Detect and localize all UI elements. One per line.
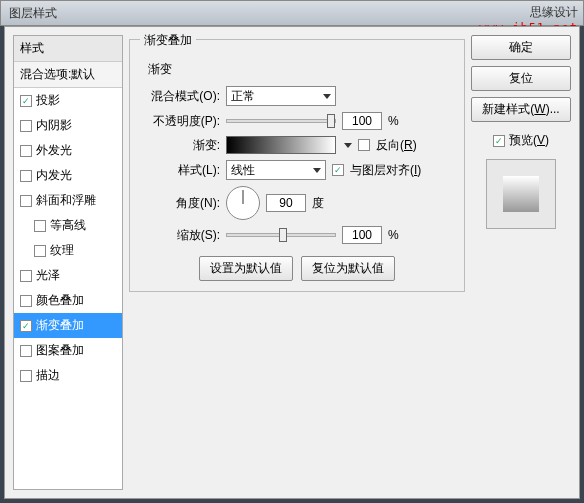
chevron-down-icon [323,94,331,99]
chevron-down-icon [313,168,321,173]
style-item-1[interactable]: 内阴影 [14,113,122,138]
style-item-label: 等高线 [50,217,86,234]
preview-checkbox[interactable] [493,135,505,147]
style-checkbox[interactable] [20,370,32,382]
blend-mode-label: 混合模式(O): [140,88,220,105]
style-item-2[interactable]: 外发光 [14,138,122,163]
style-item-8[interactable]: 颜色叠加 [14,288,122,313]
style-item-4[interactable]: 斜面和浮雕 [14,188,122,213]
preview-label: 预览(V) [509,132,549,149]
style-checkbox[interactable] [20,270,32,282]
style-item-label: 纹理 [50,242,74,259]
style-item-label: 颜色叠加 [36,292,84,309]
style-item-label: 光泽 [36,267,60,284]
reverse-label: 反向(R) [376,137,417,154]
style-item-0[interactable]: 投影 [14,88,122,113]
style-item-label: 渐变叠加 [36,317,84,334]
align-checkbox[interactable] [332,164,344,176]
slider-thumb[interactable] [327,114,335,128]
style-select[interactable]: 线性 [226,160,326,180]
style-item-label: 外发光 [36,142,72,159]
opacity-slider[interactable] [226,119,336,123]
style-item-3[interactable]: 内发光 [14,163,122,188]
chevron-down-icon[interactable] [344,143,352,148]
style-checkbox[interactable] [20,145,32,157]
style-checkbox[interactable] [20,345,32,357]
ok-button[interactable]: 确定 [471,35,571,60]
style-checkbox[interactable] [20,295,32,307]
style-checkbox[interactable] [20,120,32,132]
dialog-body: 样式 混合选项:默认 投影内阴影外发光内发光斜面和浮雕等高线纹理光泽颜色叠加渐变… [4,26,580,499]
blend-mode-select[interactable]: 正常 [226,86,336,106]
degree-label: 度 [312,195,324,212]
style-item-label: 图案叠加 [36,342,84,359]
gradient-label: 渐变: [140,137,220,154]
window-title: 图层样式 [9,5,57,22]
style-item-7[interactable]: 光泽 [14,263,122,288]
style-item-label: 斜面和浮雕 [36,192,96,209]
style-item-6[interactable]: 纹理 [14,238,122,263]
angle-label: 角度(N): [140,195,220,212]
styles-list: 样式 混合选项:默认 投影内阴影外发光内发光斜面和浮雕等高线纹理光泽颜色叠加渐变… [13,35,123,490]
angle-value[interactable]: 90 [266,194,306,212]
style-item-label: 描边 [36,367,60,384]
scale-slider[interactable] [226,233,336,237]
opacity-label: 不透明度(P): [140,113,220,130]
style-checkbox[interactable] [20,95,32,107]
angle-dial[interactable] [226,186,260,220]
style-checkbox[interactable] [34,245,46,257]
blend-options-default[interactable]: 混合选项:默认 [14,62,122,88]
preview-swatch [486,159,556,229]
section-title: 渐变 [148,61,454,78]
gradient-overlay-group: 渐变叠加 渐变 混合模式(O): 正常 不透明度(P): 100 % 渐变: [129,39,465,292]
reset-button[interactable]: 复位 [471,66,571,91]
scale-value[interactable]: 100 [342,226,382,244]
opacity-value[interactable]: 100 [342,112,382,130]
style-item-label: 投影 [36,92,60,109]
group-legend: 渐变叠加 [140,32,196,49]
reset-default-button[interactable]: 复位为默认值 [301,256,395,281]
new-style-button[interactable]: 新建样式(W)... [471,97,571,122]
style-label: 样式(L): [140,162,220,179]
slider-thumb[interactable] [279,228,287,242]
style-item-9[interactable]: 渐变叠加 [14,313,122,338]
style-checkbox[interactable] [20,320,32,332]
align-label: 与图层对齐(I) [350,162,421,179]
style-item-5[interactable]: 等高线 [14,213,122,238]
style-item-11[interactable]: 描边 [14,363,122,388]
make-default-button[interactable]: 设置为默认值 [199,256,293,281]
style-item-label: 内发光 [36,167,72,184]
scale-label: 缩放(S): [140,227,220,244]
style-checkbox[interactable] [20,195,32,207]
style-checkbox[interactable] [20,170,32,182]
style-item-10[interactable]: 图案叠加 [14,338,122,363]
right-buttons: 确定 复位 新建样式(W)... 预览(V) [471,35,571,490]
style-item-label: 内阴影 [36,117,72,134]
reverse-checkbox[interactable] [358,139,370,151]
styles-header: 样式 [14,36,122,62]
settings-panel: 渐变叠加 渐变 混合模式(O): 正常 不透明度(P): 100 % 渐变: [129,35,465,490]
style-checkbox[interactable] [34,220,46,232]
gradient-picker[interactable] [226,136,336,154]
